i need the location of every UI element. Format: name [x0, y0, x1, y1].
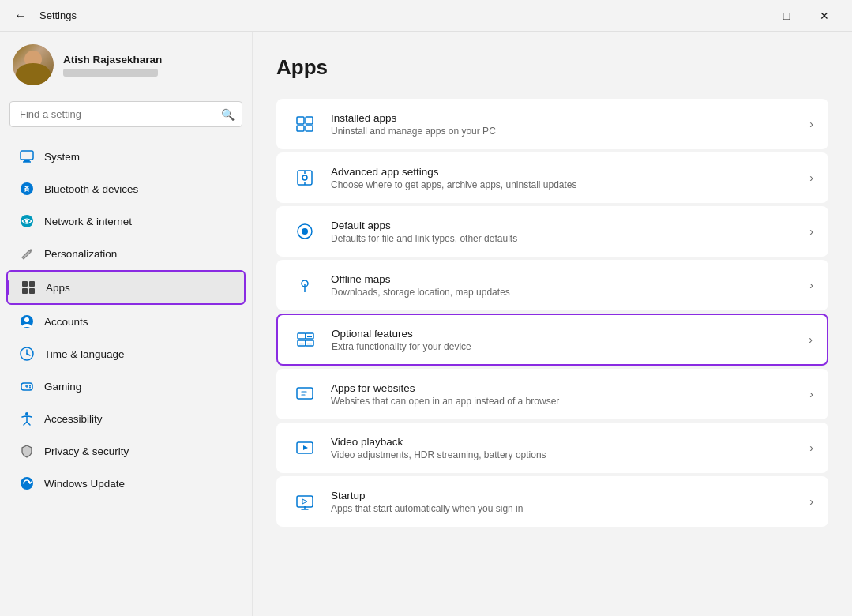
gaming-icon — [19, 378, 35, 394]
video-playback-desc: Video adjustments, HDR streaming, batter… — [331, 449, 797, 460]
sidebar-item-accessibility[interactable]: Accessibility — [6, 403, 246, 434]
settings-item-advanced-app[interactable]: Advanced app settings Choose where to ge… — [276, 152, 828, 203]
svg-rect-36 — [298, 340, 306, 346]
startup-text: Startup Apps that start automatically wh… — [331, 490, 797, 514]
svg-rect-37 — [306, 340, 313, 346]
settings-item-apps-for-websites[interactable]: Apps for websites Websites that can open… — [276, 369, 828, 419]
optional-features-icon — [292, 326, 319, 353]
avatar — [13, 44, 54, 85]
maximize-button[interactable]: □ — [768, 3, 805, 28]
apps-for-websites-chevron: › — [809, 388, 813, 400]
privacy-icon — [19, 443, 35, 459]
svg-line-14 — [27, 354, 30, 355]
sidebar-item-time[interactable]: Time & language — [6, 338, 246, 370]
update-icon — [19, 475, 35, 491]
title-bar-left: ← Settings — [9, 5, 77, 27]
sidebar-item-gaming[interactable]: Gaming — [6, 370, 246, 402]
startup-desc: Apps that start automatically when you s… — [331, 503, 797, 514]
main-content: Apps Installed apps Uninstall and manage… — [253, 32, 852, 616]
sidebar-label-bluetooth: Bluetooth & devices — [44, 183, 138, 195]
svg-marker-43 — [303, 445, 308, 450]
svg-rect-23 — [306, 117, 313, 124]
apps-for-websites-text: Apps for websites Websites that can open… — [331, 382, 797, 407]
offline-maps-text: Offline maps Downloads, storage location… — [331, 273, 797, 298]
settings-item-optional-features[interactable]: Optional features Extra functionality fo… — [276, 314, 828, 366]
optional-features-desc: Extra functionality for your device — [332, 341, 796, 352]
user-email-blur — [63, 69, 158, 77]
svg-marker-45 — [302, 499, 307, 504]
installed-apps-title: Installed apps — [331, 112, 797, 124]
sidebar-label-update: Windows Update — [44, 478, 125, 490]
svg-rect-22 — [297, 117, 304, 124]
settings-item-video-playback[interactable]: Video playback Video adjustments, HDR st… — [276, 423, 828, 473]
app-title: Settings — [39, 9, 77, 21]
offline-maps-chevron: › — [809, 279, 813, 291]
settings-item-startup[interactable]: Startup Apps that start automatically wh… — [276, 476, 828, 527]
svg-point-21 — [21, 477, 33, 490]
bluetooth-icon — [19, 181, 35, 197]
sidebar-label-personalization: Personalization — [44, 248, 117, 260]
installed-apps-icon — [291, 111, 318, 137]
sidebar-item-system[interactable]: System — [6, 141, 246, 172]
close-button[interactable]: ✕ — [806, 3, 843, 28]
default-apps-title: Default apps — [331, 220, 797, 231]
svg-rect-44 — [297, 496, 313, 507]
window-controls: – □ ✕ — [730, 3, 843, 28]
offline-maps-title: Offline maps — [331, 273, 797, 285]
apps-for-websites-icon — [291, 381, 318, 408]
startup-title: Startup — [331, 490, 797, 501]
svg-rect-41 — [297, 388, 313, 399]
user-profile: Atish Rajasekharan — [0, 32, 252, 101]
sidebar-label-apps: Apps — [46, 282, 70, 294]
default-apps-text: Default apps Defaults for file and link … — [331, 220, 797, 244]
minimize-button[interactable]: – — [730, 3, 767, 28]
apps-for-websites-desc: Websites that can open in an app instead… — [331, 396, 797, 407]
settings-item-offline-maps[interactable]: Offline maps Downloads, storage location… — [276, 260, 828, 310]
sidebar-item-network[interactable]: Network & internet — [6, 205, 246, 237]
advanced-app-text: Advanced app settings Choose where to ge… — [331, 166, 797, 190]
search-input[interactable] — [9, 101, 242, 127]
svg-point-27 — [302, 175, 307, 180]
sidebar-label-time: Time & language — [44, 348, 125, 360]
accounts-icon — [19, 314, 35, 329]
sidebar-item-personalization[interactable]: Personalization — [6, 238, 246, 269]
svg-point-33 — [304, 291, 306, 292]
sidebar-item-bluetooth[interactable]: Bluetooth & devices — [6, 173, 246, 205]
system-icon — [19, 148, 35, 164]
svg-point-20 — [25, 412, 28, 415]
installed-apps-desc: Uninstall and manage apps on your PC — [331, 126, 797, 137]
offline-maps-icon — [291, 272, 318, 299]
avatar-image — [13, 44, 54, 85]
offline-maps-desc: Downloads, storage location, map updates — [331, 287, 797, 298]
time-icon — [19, 346, 35, 362]
sidebar-label-network: Network & internet — [44, 216, 132, 227]
svg-rect-24 — [297, 126, 304, 131]
startup-chevron: › — [809, 495, 813, 508]
back-button[interactable]: ← — [9, 5, 32, 27]
settings-item-installed-apps[interactable]: Installed apps Uninstall and manage apps… — [276, 99, 828, 149]
installed-apps-text: Installed apps Uninstall and manage apps… — [331, 112, 797, 137]
settings-item-default-apps[interactable]: Default apps Defaults for file and link … — [276, 206, 828, 257]
video-playback-text: Video playback Video adjustments, HDR st… — [331, 436, 797, 460]
sidebar-item-update[interactable]: Windows Update — [6, 468, 246, 499]
svg-rect-6 — [22, 281, 28, 287]
video-playback-chevron: › — [809, 441, 813, 454]
default-apps-desc: Defaults for file and link types, other … — [331, 233, 797, 244]
svg-rect-0 — [21, 151, 33, 160]
search-box: 🔍 — [9, 101, 242, 127]
settings-list: Installed apps Uninstall and manage apps… — [276, 99, 828, 527]
sidebar-item-privacy[interactable]: Privacy & security — [6, 435, 246, 467]
sidebar-item-apps[interactable]: Apps — [6, 270, 246, 305]
svg-point-11 — [24, 317, 29, 322]
svg-point-19 — [29, 387, 31, 389]
default-apps-chevron: › — [809, 225, 813, 238]
sidebar-item-accounts[interactable]: Accounts — [6, 306, 246, 337]
accessibility-icon — [19, 411, 35, 426]
svg-rect-34 — [298, 333, 306, 339]
advanced-app-chevron: › — [809, 171, 813, 184]
advanced-app-icon — [291, 164, 318, 191]
page-title: Apps — [276, 55, 828, 80]
svg-rect-8 — [22, 288, 28, 294]
video-playback-title: Video playback — [331, 436, 797, 448]
svg-point-3 — [21, 182, 33, 195]
